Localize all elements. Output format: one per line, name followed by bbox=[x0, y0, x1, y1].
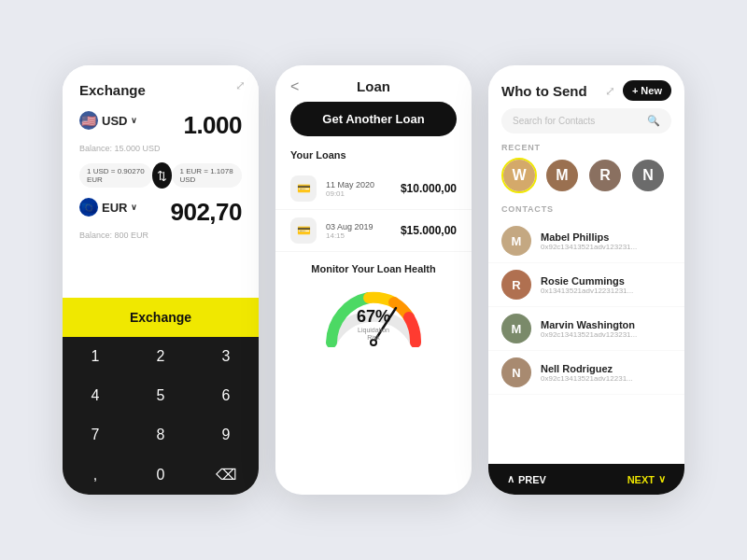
prev-label: PREV bbox=[518, 474, 546, 485]
contact-nell[interactable]: N Nell Rodriguez 0x92c13413521adv12231..… bbox=[488, 351, 684, 395]
loan-health-section: Monitor Your Loan Health bbox=[275, 252, 472, 355]
contact-avatar-rosie: R bbox=[501, 270, 531, 300]
contact-name-nell: Nell Rodriguez bbox=[541, 363, 671, 374]
loan-date-2: 03 Aug 2019 bbox=[326, 222, 391, 231]
loan-icon-1: 💳 bbox=[290, 175, 317, 202]
loan-item-2: 💳 03 Aug 2019 14:15 $15.000,00 bbox=[275, 210, 472, 252]
back-button[interactable]: < bbox=[290, 78, 299, 95]
contact-avatar-nell: N bbox=[501, 357, 531, 387]
contact-name-mabel: Mabel Phillips bbox=[541, 231, 671, 243]
contact-info-mabel: Mabel Phillips 0x92c13413521adv123231... bbox=[541, 231, 671, 251]
loan-header: < Loan bbox=[275, 65, 472, 102]
to-amount: 902,70 bbox=[170, 198, 242, 227]
loan-info-2: 03 Aug 2019 14:15 bbox=[326, 222, 391, 240]
contact-name-marvin: Marvin Washington bbox=[541, 319, 671, 330]
usd-chevron: ∨ bbox=[131, 116, 137, 125]
loan-card: < Loan Get Another Loan Your Loans 💳 11 … bbox=[275, 65, 472, 495]
contact-addr-rosie: 0x13413521adv12231231... bbox=[541, 287, 671, 295]
loan-info-1: 11 May 2020 09:01 bbox=[326, 180, 391, 198]
eur-chevron: ∨ bbox=[131, 203, 137, 212]
key-7[interactable]: 7 bbox=[63, 415, 128, 455]
recent-avatar-1[interactable]: M bbox=[544, 158, 580, 193]
key-0[interactable]: 0 bbox=[128, 455, 193, 495]
numpad: 1 2 3 4 5 6 7 8 9 , 0 ⌫ bbox=[63, 337, 259, 495]
loan-title: Loan bbox=[357, 78, 390, 94]
key-4[interactable]: 4 bbox=[63, 376, 128, 415]
key-backspace[interactable]: ⌫ bbox=[193, 455, 259, 495]
send-header: Who to Send ⤢ + New bbox=[488, 65, 684, 108]
loan-amount-1: $10.000,00 bbox=[401, 182, 457, 195]
contact-addr-marvin: 0x92c13413521adv123231... bbox=[541, 330, 671, 339]
contact-info-marvin: Marvin Washington 0x92c13413521adv123231… bbox=[541, 319, 671, 339]
contact-avatar-marvin: M bbox=[501, 314, 531, 343]
gauge-label: 67% LiquidationRisk bbox=[357, 307, 390, 343]
next-button[interactable]: NEXT ∨ bbox=[627, 473, 666, 485]
contact-name-rosie: Rosie Cummings bbox=[541, 275, 671, 287]
new-button[interactable]: + New bbox=[623, 80, 671, 101]
swap-tag-left: 1 USD = 0.90270 EUR bbox=[79, 163, 152, 188]
next-label: NEXT bbox=[627, 474, 655, 485]
contact-avatar-mabel: M bbox=[501, 226, 531, 256]
search-placeholder: Search for Contacts bbox=[513, 116, 595, 126]
key-8[interactable]: 8 bbox=[128, 415, 193, 455]
contact-marvin[interactable]: M Marvin Washington 0x92c13413521adv1232… bbox=[488, 307, 684, 351]
expand-icon[interactable]: ⤢ bbox=[235, 78, 246, 92]
usd-flag: 🇺🇸 bbox=[79, 111, 98, 130]
key-1[interactable]: 1 bbox=[63, 337, 128, 376]
loan-time-2: 14:15 bbox=[326, 231, 391, 240]
contact-addr-mabel: 0x92c13413521adv123231... bbox=[541, 243, 671, 251]
exchange-card: ⤢ Exchange 🇺🇸 USD ∨ 1.000 Balance: 15.00… bbox=[63, 65, 259, 495]
swap-button[interactable]: ⇅ bbox=[152, 162, 173, 189]
key-comma[interactable]: , bbox=[63, 455, 128, 495]
bottom-navigation: ∧ PREV NEXT ∨ bbox=[488, 464, 684, 495]
key-5[interactable]: 5 bbox=[128, 376, 193, 415]
gauge-sublabel: LiquidationRisk bbox=[357, 327, 390, 343]
contacts-label: CONTACTS bbox=[488, 204, 684, 214]
recent-avatar-2[interactable]: R bbox=[587, 158, 623, 193]
exchange-title: Exchange bbox=[79, 82, 242, 98]
eur-selector[interactable]: 🇪🇺 EUR ∨ bbox=[79, 198, 137, 217]
usd-label: USD bbox=[102, 114, 127, 128]
usd-selector[interactable]: 🇺🇸 USD ∨ bbox=[79, 111, 137, 130]
to-balance: Balance: 800 EUR bbox=[79, 231, 242, 240]
get-loan-button[interactable]: Get Another Loan bbox=[290, 102, 457, 136]
loan-time-1: 09:01 bbox=[326, 189, 391, 198]
search-bar[interactable]: Search for Contacts 🔍 bbox=[501, 108, 671, 133]
from-balance: Balance: 15.000 USD bbox=[79, 144, 242, 153]
recent-avatar-0[interactable]: W bbox=[501, 158, 537, 193]
key-3[interactable]: 3 bbox=[193, 337, 259, 376]
send-title: Who to Send bbox=[501, 83, 587, 99]
loan-item-1: 💳 11 May 2020 09:01 $10.000,00 bbox=[275, 168, 472, 210]
your-loans-label: Your Loans bbox=[275, 149, 472, 161]
key-2[interactable]: 2 bbox=[128, 337, 193, 376]
loan-date-1: 11 May 2020 bbox=[326, 180, 391, 189]
key-6[interactable]: 6 bbox=[193, 376, 259, 415]
contact-info-rosie: Rosie Cummings 0x13413521adv12231231... bbox=[541, 275, 671, 295]
eur-flag: 🇪🇺 bbox=[79, 198, 98, 217]
contact-info-nell: Nell Rodriguez 0x92c13413521adv12231... bbox=[541, 363, 671, 383]
from-amount: 1.000 bbox=[183, 111, 242, 140]
contact-rosie[interactable]: R Rosie Cummings 0x13413521adv12231231..… bbox=[488, 263, 684, 307]
gauge-percent: 67% bbox=[357, 307, 390, 327]
loan-amount-2: $15.000,00 bbox=[401, 224, 457, 237]
contact-addr-nell: 0x92c13413521adv12231... bbox=[541, 374, 671, 383]
swap-tag-right: 1 EUR = 1.1078 USD bbox=[172, 163, 242, 188]
health-title: Monitor Your Loan Health bbox=[290, 263, 457, 274]
gauge-container: 67% LiquidationRisk bbox=[317, 282, 430, 347]
prev-chevron: ∧ bbox=[507, 473, 514, 485]
loan-icon-2: 💳 bbox=[290, 217, 317, 244]
prev-button[interactable]: ∧ PREV bbox=[507, 473, 546, 485]
recent-label: RECENT bbox=[488, 143, 684, 152]
contact-mabel[interactable]: M Mabel Phillips 0x92c13413521adv123231.… bbox=[488, 219, 684, 263]
search-icon: 🔍 bbox=[647, 115, 660, 127]
eur-label: EUR bbox=[102, 201, 127, 215]
contacts-list: M Mabel Phillips 0x92c13413521adv123231.… bbox=[488, 219, 684, 464]
recent-avatar-3[interactable]: N bbox=[630, 158, 666, 193]
recent-row: W M R N bbox=[488, 158, 684, 193]
send-card: Who to Send ⤢ + New Search for Contacts … bbox=[488, 65, 684, 495]
exchange-button[interactable]: Exchange bbox=[63, 298, 259, 337]
next-chevron: ∨ bbox=[658, 473, 666, 485]
expand-icon2[interactable]: ⤢ bbox=[605, 84, 615, 98]
key-9[interactable]: 9 bbox=[193, 415, 259, 455]
